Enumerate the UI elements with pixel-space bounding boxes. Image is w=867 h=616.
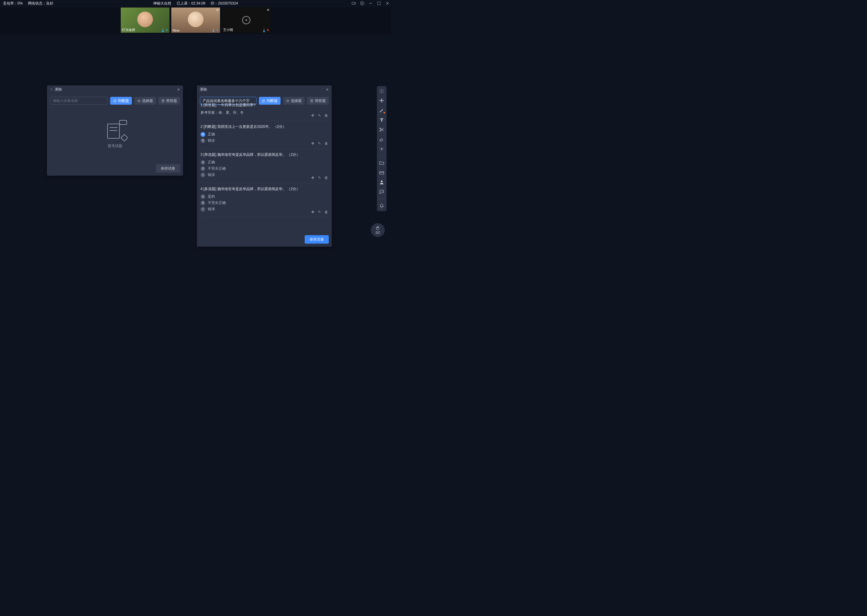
question-answer: 参考答案：春、夏、秋、冬 [200, 110, 328, 115]
save-quiz-button[interactable]: 保存试卷 [305, 235, 329, 244]
svg-point-2 [138, 99, 140, 102]
scissors-icon[interactable] [379, 127, 385, 132]
move-icon[interactable] [379, 98, 385, 104]
courseware-icon[interactable] [379, 170, 385, 175]
cursor-click-icon[interactable] [379, 88, 385, 94]
hand-count: 0/2 [376, 231, 380, 234]
option-text: 不完全正确 [208, 200, 226, 206]
camera-off-icon [242, 16, 251, 24]
option-text: 不完全正确 [208, 166, 226, 171]
option-text: 错译 [208, 207, 215, 212]
edit-icon[interactable]: ✎ [318, 113, 321, 118]
question-option[interactable]: B不完全正确 [200, 166, 328, 171]
question-option[interactable]: C错误 [200, 172, 328, 178]
text-icon[interactable] [379, 117, 385, 123]
move-icon[interactable]: ✥ [311, 113, 314, 118]
participant-name: 叮当老师 [122, 28, 135, 32]
user-icon[interactable] [379, 179, 385, 185]
add-judge-button[interactable]: 判断题 [110, 97, 132, 105]
question-title: 1 [简答题] 一年四季分别是哪四季? [200, 102, 328, 108]
camera-toggle-icon[interactable] [352, 1, 356, 5]
packet-loss: 丢包率：0% [3, 1, 22, 6]
option-text: 错误 [208, 138, 215, 143]
panel-title: 测验 [200, 87, 207, 92]
session-id: ID：2020070324 [211, 1, 238, 6]
video-row: 叮当老师 ✕ Nina ✕ 王小明 [0, 7, 391, 34]
svg-point-12 [381, 181, 383, 182]
question-option[interactable]: A是的 [200, 194, 328, 199]
hand-icon [375, 226, 380, 231]
folder-icon[interactable] [379, 160, 385, 166]
edit-icon[interactable]: ✎ [318, 141, 321, 146]
question-option[interactable]: B不完全正确 [200, 200, 328, 206]
video-close-icon[interactable]: ✕ [216, 8, 219, 12]
back-icon[interactable] [50, 88, 53, 92]
svg-point-13 [381, 191, 381, 192]
video-card-teacher[interactable]: 叮当老师 [120, 7, 170, 33]
panel-close-icon[interactable]: ✕ [177, 88, 180, 92]
svg-rect-11 [380, 171, 384, 174]
question-option[interactable]: A正确 [200, 160, 328, 165]
option-badge: A [200, 132, 205, 137]
fullscreen-icon[interactable] [377, 1, 381, 5]
add-choice-button[interactable]: 选择题 [134, 97, 156, 105]
svg-point-7 [381, 91, 382, 92]
option-text: 是的 [208, 194, 215, 199]
question-option[interactable]: C错译 [200, 207, 328, 212]
elapsed-time: 已上课：02:34:09 [177, 1, 205, 6]
bell-icon[interactable] [379, 203, 385, 209]
eraser-icon[interactable] [379, 137, 385, 142]
move-icon[interactable]: ✥ [311, 141, 314, 146]
question-item: 3 [单选题] 施华洛世奇是反华品牌，所以梁鼎琪反华。 （2分）A正确B不完全正… [200, 149, 328, 183]
svg-point-10 [381, 148, 383, 150]
mic-icon [165, 28, 168, 32]
svg-rect-0 [369, 3, 372, 3]
option-text: 错误 [208, 172, 215, 178]
save-quiz-button[interactable]: 保存试卷 [156, 164, 180, 173]
edit-icon[interactable]: ✎ [318, 176, 321, 180]
option-badge: C [200, 207, 205, 212]
panel-close-icon[interactable]: ✕ [326, 88, 329, 92]
delete-icon[interactable]: 🗑 [325, 113, 328, 118]
chat-icon[interactable] [379, 189, 385, 195]
question-item: 1 [简答题] 一年四季分别是哪四季?参考答案：春、夏、秋、冬✥✎🗑 [200, 99, 328, 121]
question-title: 4 [多选题] 施华洛世奇是反华品牌，所以梁鼎琪反华。 （2分） [200, 186, 328, 192]
option-badge: A [200, 160, 205, 165]
pen-icon[interactable] [379, 108, 385, 113]
quiz-panel-filled: 测验 ✕ 判断题 选择题 简答题 1 [简答题] 一年四季分别是哪四季?参考答案… [197, 85, 332, 247]
delete-icon[interactable]: 🗑 [325, 176, 328, 180]
question-list[interactable]: 1 [简答题] 一年四季分别是哪四季?参考答案：春、夏、秋、冬✥✎🗑2 [判断题… [197, 99, 332, 233]
edit-icon[interactable]: ✎ [318, 210, 321, 214]
close-icon[interactable] [385, 1, 389, 5]
raise-hand-button[interactable]: 0/2 [371, 223, 385, 237]
video-close-icon[interactable]: ✕ [267, 8, 270, 12]
app-root: 丢包率：0% 网络状态：良好 神秘大自然 已上课：02:34:09 ID：202… [0, 0, 391, 278]
option-badge: C [200, 173, 205, 178]
participant-name: 王小明 [223, 28, 233, 32]
quiz-name-input[interactable] [50, 97, 108, 105]
mic-muted-icon [266, 28, 270, 32]
question-option[interactable]: A正确 [200, 132, 328, 137]
delete-icon[interactable]: 🗑 [325, 210, 328, 214]
panel-title: 测验 [55, 87, 62, 92]
option-badge: A [200, 194, 205, 199]
question-item: 4 [多选题] 施华洛世奇是反华品牌，所以梁鼎琪反华。 （2分）A是的B不完全正… [200, 183, 328, 217]
question-option[interactable]: B错误 [200, 138, 328, 143]
settings-icon[interactable] [360, 1, 364, 5]
add-short-button[interactable]: 简答题 [158, 97, 180, 105]
brightness-icon[interactable] [379, 146, 385, 152]
move-icon[interactable]: ✥ [311, 176, 314, 180]
video-card-student[interactable]: ✕ 王小明 [222, 7, 271, 33]
option-text: 正确 [208, 160, 215, 165]
participant-name: Nina [172, 28, 180, 32]
empty-state: 暂无试题 [47, 108, 183, 162]
delete-icon[interactable]: 🗑 [325, 141, 328, 146]
question-title: 3 [单选题] 施华洛世奇是反华品牌，所以梁鼎琪反华。 （2分） [200, 152, 328, 157]
minimize-icon[interactable] [369, 1, 373, 5]
top-bar: 丢包率：0% 网络状态：良好 神秘大自然 已上课：02:34:09 ID：202… [0, 0, 391, 6]
video-card-student[interactable]: ✕ Nina [171, 7, 221, 33]
option-badge: B [200, 167, 205, 171]
course-name: 神秘大自然 [153, 1, 171, 6]
move-icon[interactable]: ✥ [311, 210, 314, 214]
svg-rect-1 [114, 99, 116, 102]
